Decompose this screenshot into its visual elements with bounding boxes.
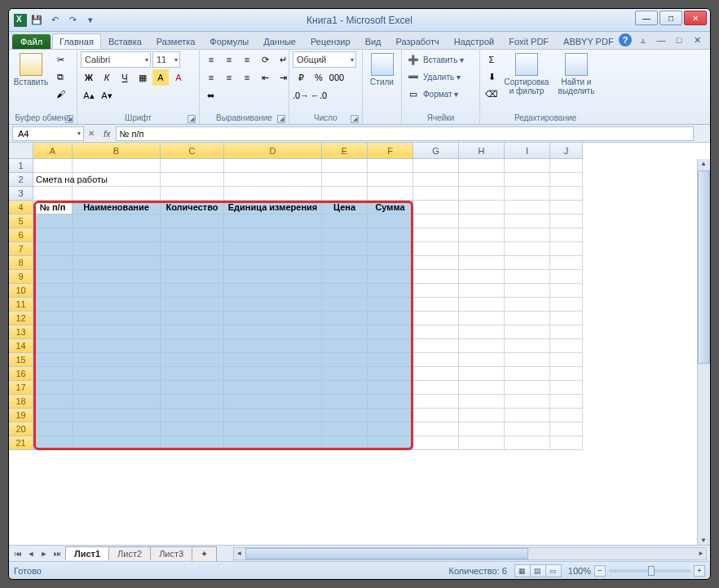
column-header[interactable]: I — [505, 143, 550, 159]
fill-button[interactable]: ⬇ — [483, 69, 500, 85]
cell[interactable] — [459, 270, 505, 284]
row-header[interactable]: 1 — [9, 159, 33, 173]
cell[interactable] — [459, 395, 505, 409]
align-center-button[interactable]: ≡ — [221, 69, 237, 86]
cell[interactable] — [459, 187, 505, 201]
decrease-indent-button[interactable]: ⇤ — [257, 69, 273, 86]
cell[interactable] — [33, 325, 73, 339]
cell[interactable] — [459, 325, 505, 339]
fx-cancel-icon[interactable]: ✕ — [84, 129, 99, 138]
cell[interactable] — [505, 422, 550, 436]
decrease-decimal-button[interactable]: ←.0 — [311, 87, 327, 104]
column-header[interactable]: C — [161, 143, 224, 159]
cell[interactable] — [505, 173, 550, 187]
doc-restore-icon[interactable]: □ — [673, 33, 686, 46]
wrap-text-button[interactable]: ↵ — [275, 51, 291, 68]
border-button[interactable]: ▦ — [135, 69, 151, 86]
cell[interactable] — [505, 256, 550, 270]
tab-главная[interactable]: Главная — [52, 33, 101, 49]
align-right-button[interactable]: ≡ — [239, 69, 255, 86]
cell[interactable] — [368, 242, 413, 256]
cell[interactable] — [33, 381, 73, 395]
cell[interactable] — [459, 422, 505, 436]
cell[interactable] — [322, 325, 368, 339]
cell[interactable] — [73, 256, 161, 270]
find-select-button[interactable]: Найти и выделить — [554, 51, 599, 95]
cell[interactable] — [322, 436, 368, 450]
cell[interactable] — [459, 367, 505, 381]
column-header[interactable]: G — [413, 143, 459, 159]
cell[interactable] — [322, 270, 368, 284]
select-all-corner[interactable] — [9, 143, 33, 159]
cell[interactable] — [161, 256, 224, 270]
row-header[interactable]: 15 — [9, 353, 33, 367]
cell[interactable] — [413, 325, 459, 339]
cell[interactable] — [73, 353, 161, 367]
tab-вид[interactable]: Вид — [358, 33, 389, 49]
cell[interactable] — [224, 409, 322, 422]
cell[interactable] — [322, 298, 368, 312]
cell[interactable] — [322, 214, 368, 228]
dialog-launcher-icon[interactable]: ◢ — [351, 115, 359, 123]
cell[interactable] — [73, 298, 161, 312]
number-format-combo[interactable]: Общий — [293, 51, 356, 68]
cell[interactable] — [33, 270, 73, 284]
cell[interactable] — [413, 242, 459, 256]
cell[interactable] — [459, 312, 505, 325]
row-header[interactable]: 14 — [9, 339, 33, 353]
comma-button[interactable]: 000 — [329, 69, 345, 86]
cell[interactable] — [224, 353, 322, 367]
cell[interactable] — [505, 409, 550, 422]
cell[interactable] — [224, 436, 322, 450]
cell[interactable] — [322, 312, 368, 325]
cell[interactable] — [322, 242, 368, 256]
cell[interactable] — [459, 214, 505, 228]
cell[interactable] — [161, 242, 224, 256]
cell[interactable] — [33, 353, 73, 367]
cell[interactable] — [33, 409, 73, 422]
cell[interactable] — [550, 422, 583, 436]
cell[interactable] — [224, 284, 322, 298]
cell[interactable] — [413, 284, 459, 298]
row-header[interactable]: 5 — [9, 214, 33, 228]
row-header[interactable]: 10 — [9, 284, 33, 298]
cell[interactable] — [550, 381, 583, 395]
cell[interactable] — [505, 228, 550, 242]
cell[interactable] — [322, 339, 368, 353]
cell[interactable] — [224, 381, 322, 395]
cell[interactable] — [73, 214, 161, 228]
cell[interactable] — [368, 312, 413, 325]
cell[interactable] — [413, 214, 459, 228]
cell[interactable] — [505, 395, 550, 409]
cell[interactable] — [33, 284, 73, 298]
cell[interactable] — [368, 367, 413, 381]
cell[interactable] — [550, 353, 583, 367]
cell[interactable] — [322, 381, 368, 395]
tab-abbyy pdf[interactable]: ABBYY PDF — [556, 33, 621, 49]
cell[interactable] — [33, 228, 73, 242]
cell[interactable] — [459, 159, 505, 173]
cell[interactable] — [73, 228, 161, 242]
cell[interactable] — [73, 242, 161, 256]
cell[interactable] — [161, 159, 224, 173]
currency-button[interactable]: ₽ — [293, 69, 309, 86]
cell[interactable] — [368, 409, 413, 422]
cell[interactable] — [224, 312, 322, 325]
row-header[interactable]: 8 — [9, 256, 33, 270]
cell[interactable] — [413, 187, 459, 201]
cell[interactable] — [550, 284, 583, 298]
cell[interactable] — [550, 395, 583, 409]
horizontal-scrollbar[interactable] — [233, 547, 707, 560]
cell[interactable] — [73, 381, 161, 395]
cell[interactable] — [322, 256, 368, 270]
cell[interactable] — [322, 159, 368, 173]
view-pagebreak-button[interactable]: ▭ — [545, 564, 562, 577]
cell[interactable] — [459, 353, 505, 367]
cell[interactable] — [73, 395, 161, 409]
cell[interactable] — [368, 187, 413, 201]
row-header[interactable]: 9 — [9, 270, 33, 284]
cell[interactable] — [322, 395, 368, 409]
cell[interactable] — [459, 173, 505, 187]
cell[interactable] — [368, 159, 413, 173]
column-header[interactable]: B — [73, 143, 161, 159]
